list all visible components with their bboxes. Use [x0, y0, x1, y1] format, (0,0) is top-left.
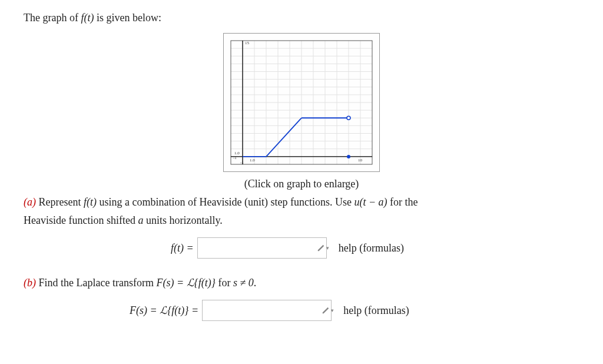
closed-point-icon [347, 155, 350, 158]
x-tick-10: 10 [358, 158, 363, 163]
part-a-help-link[interactable]: help (formulas) [339, 242, 404, 254]
part-b-text: (b) Find the Laplace transform F(s) = ℒ{… [24, 276, 579, 289]
intro-pre: The graph of [24, 12, 81, 24]
part-a-equation-row: f(t) = ▾ help (formulas) [171, 237, 579, 259]
part-a-input[interactable] [198, 236, 317, 260]
input-tools[interactable]: ▾ [317, 244, 333, 252]
part-a-label: (a) [24, 196, 36, 208]
intro-text: The graph of f(t) is given below: [24, 12, 579, 24]
y-tick-1: 1.0 [234, 151, 240, 155]
intro-post: is given below: [94, 12, 161, 24]
part-a-lhs: f(t) = [171, 242, 194, 254]
x-tick-1: 1.0 [250, 158, 255, 163]
part-a-input-wrapper[interactable]: ▾ [197, 237, 327, 259]
x-tick-neg1: -1 [233, 155, 237, 160]
part-b-input[interactable] [203, 298, 322, 323]
y-tick-15: 15 [245, 41, 250, 45]
graph-caption: (Click on graph to enlarge) [24, 178, 579, 190]
part-b-input-wrapper[interactable]: ▾ [202, 300, 332, 321]
chevron-down-icon: ▾ [331, 307, 334, 313]
open-point-icon [347, 116, 350, 120]
part-b-equation-row: F(s) = ℒ{f(t)} = ▾ help (formulas) [130, 300, 579, 321]
part-b-lhs: F(s) = ℒ{f(t)} = [130, 304, 198, 317]
function-graph[interactable]: 15 1.0 -1 1.0 -1 10 [225, 35, 378, 170]
svg-line-30 [266, 118, 302, 157]
part-a-text-line2: Heaviside function shifted a units horiz… [24, 214, 579, 227]
pencil-icon [317, 244, 325, 252]
part-a-text: (a) Represent f(t) using a combination o… [24, 196, 579, 209]
input-tools[interactable]: ▾ [322, 306, 337, 315]
intro-fn: f(t) [81, 12, 94, 24]
part-b-help-link[interactable]: help (formulas) [343, 305, 409, 317]
graph-container: 15 1.0 -1 1.0 -1 10 [24, 33, 579, 175]
part-b-label: (b) [24, 277, 36, 289]
origin-neg1: -1 [240, 160, 244, 165]
chevron-down-icon: ▾ [326, 245, 329, 251]
pencil-icon [322, 306, 330, 315]
graph-box[interactable]: 15 1.0 -1 1.0 -1 10 [223, 33, 380, 172]
